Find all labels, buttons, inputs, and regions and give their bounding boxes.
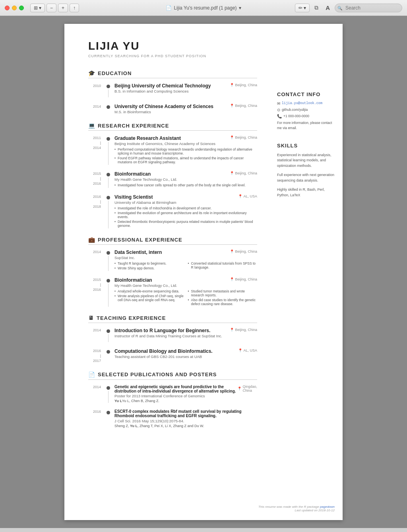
research-dot-2 [107, 173, 110, 176]
pdf-viewer: LIJIA YU CURRENTLY SEARCHING FOR A PHD S… [0, 16, 407, 528]
professional-year-1: 2014 [88, 250, 104, 271]
bullet-item: Also did case studies to identify the ge… [188, 298, 258, 306]
loc-pin-10: 📍 [237, 387, 242, 391]
professional-content-1: Data Scientist, intern 📍 Beijing, China … [112, 250, 257, 271]
professional-section-header: 💼 PROFESSIONAL EXPERIENCE [88, 236, 257, 245]
professional-entry-2: 2015 | 2016 Bioinformatician 📍 [88, 277, 257, 307]
sidebar-toggle-button[interactable]: ⊞ ▾ [30, 4, 45, 12]
loc-pin-1: 📍 [230, 83, 234, 87]
pub-authors-2: Sheng Z, Yu L, Zhang T, Pei X, Li X, Zha… [114, 424, 257, 428]
phone-icon: 📞 [277, 114, 282, 118]
prof-org-1: SupStat Inc. [114, 255, 257, 260]
professional-timeline: 2014 Data Scientist, intern 📍 Beijing, C… [88, 250, 257, 307]
timeline-dot-2 [107, 105, 110, 109]
prof-line-2 [108, 284, 109, 307]
pub-dot-area-1 [104, 385, 112, 403]
research-row-2: Bioinformatican 📍 Beijing, China [114, 171, 257, 177]
edu-loc-1: 📍 Beijing, China [230, 83, 257, 87]
toolbar-right: ✏ ▾ ⧉ A [295, 3, 402, 12]
research-icon: 💻 [88, 122, 95, 129]
research-loc-2: 📍 Beijing, China [230, 171, 257, 175]
pagedown-link[interactable]: pagedown [320, 505, 335, 509]
contact-email: ✉ lijia.yu@outlook.com [277, 101, 335, 106]
education-content-2: University of Chinese Academy of Science… [112, 104, 257, 114]
research-loc-3: 📍 AL, USA [238, 194, 257, 198]
bullet-item: Converted statistical tutorials from SPS… [188, 261, 258, 269]
education-year-1: 2010 [88, 83, 104, 97]
teach-row-1: Introduction to R Language for Beginners… [114, 328, 257, 334]
research-content-3: Visiting Scientist 📍 AL, USA University … [112, 194, 257, 228]
pub-dot-2 [107, 411, 110, 414]
teaching-icon: 🖥 [88, 315, 94, 321]
prof-dot-area-1 [104, 250, 112, 271]
maximize-button[interactable] [19, 6, 24, 10]
bullet-item: Found EGFR pathway related mutations, ai… [114, 156, 257, 164]
search-input[interactable] [335, 4, 402, 12]
teaching-entry-2: 2016 | 2017 Computational Biology and Bi… [88, 348, 257, 364]
bullet-item: Performed computational biology research… [114, 147, 257, 155]
pen-tool-button[interactable]: ✏ ▾ [295, 4, 310, 12]
timeline-dot-1 [107, 85, 110, 88]
prof-dot-2 [107, 279, 110, 282]
education-timeline: 2010 Beijing University of Chemical Tech… [88, 83, 257, 114]
contact-info-title: CONTACT INFO [277, 91, 335, 97]
skills-item-1: Experienced in statistical analysis, sta… [277, 153, 335, 169]
research-title-2: Bioinformatican [114, 171, 151, 177]
research-title-1: Graduate Research Assistant [114, 135, 181, 141]
research-entry-1: 2011 | 2014 Graduate Research Assistant … [88, 135, 257, 165]
close-button[interactable] [5, 6, 10, 10]
teach-org-1: Instructor of R and Data Mining Training… [114, 334, 257, 338]
share-button[interactable]: ↑ [70, 4, 79, 12]
teach-loc-2: 📍 AL, USA [238, 348, 257, 352]
education-year-2: 2014 [88, 104, 104, 114]
edu-title-1: Beijing University of Chemical Technolog… [114, 83, 211, 89]
contact-github: ⊙ github.com/yulijia [277, 108, 335, 112]
loc-pin-2: 📍 [230, 104, 234, 108]
copy-button[interactable]: ⧉ [312, 3, 321, 12]
github-link: github.com/yulijia [282, 108, 308, 112]
minimize-button[interactable] [12, 6, 17, 10]
resume-footer: This resume was made with the R package … [258, 505, 335, 512]
research-row-1: Graduate Research Assistant 📍 Beijing, C… [114, 135, 257, 141]
prof-bullets-2: Analyzed whole-exome sequencing data. Wr… [114, 289, 257, 307]
pub-authors-1: Yu LYu L, Chen B, Zhang Z. [114, 399, 257, 403]
email-link[interactable]: lijia.yu@outlook.com [282, 101, 322, 105]
pen-dropdown-icon: ▾ [304, 5, 306, 11]
publications-timeline: 2014 Genetic and epigenetic signals are … [88, 385, 257, 428]
prof-loc-2: 📍 Beijing, China [230, 277, 257, 281]
research-label: RESEARCH EXPERIENCE [98, 123, 169, 129]
publication-content-1: Genetic and epigenetic signals are found… [112, 385, 257, 403]
timeline-dot-area-2 [104, 104, 112, 114]
prof-loc-1: 📍 Beijing, China [230, 250, 257, 253]
research-timeline: 2011 | 2014 Graduate Research Assistant … [88, 135, 257, 228]
bullet-item: Investigated the evolution of genome arc… [114, 211, 257, 219]
research-line-1 [108, 142, 109, 165]
research-content-1: Graduate Research Assistant 📍 Beijing, C… [112, 135, 257, 165]
bullet-item: Wrote analysis pipelines of ChIP-seq, si… [114, 294, 184, 302]
research-org-3: University of Alabama at Birmingham [114, 200, 257, 205]
zoom-out-button[interactable]: − [47, 4, 56, 12]
research-year-1: 2011 | 2014 [88, 135, 104, 165]
timeline-dot-area-1 [104, 83, 112, 97]
publications-icon: 📄 [88, 371, 95, 378]
loc-pin-4: 📍 [230, 171, 234, 175]
research-title-3: Visiting Scientist [114, 194, 153, 200]
email-icon: ✉ [277, 101, 280, 106]
research-entry-3: 2016 | 2018 Visiting Scientist 📍 [88, 194, 257, 228]
teach-title-2: Computational Biology and Bioinformatics… [114, 348, 213, 354]
pub-loc-1: 📍 Qingdao, China [237, 385, 257, 393]
research-dot-area-1 [104, 135, 112, 165]
annotate-button[interactable]: A [323, 3, 332, 12]
research-dot-3 [107, 196, 110, 199]
loc-pin-8: 📍 [230, 328, 234, 332]
prof-org-2: My Health Gene Technology Co., Ltd. [114, 283, 257, 288]
view-toolbar: ⊞ ▾ − + ↑ [30, 4, 79, 12]
edu-loc-2: 📍 Beijing, China [230, 104, 257, 108]
publication-entry-2: 2016 ESCRT-0 complex modulates Rbf mutan… [88, 409, 257, 428]
zoom-in-button[interactable]: + [58, 4, 68, 12]
research-row-3: Visiting Scientist 📍 AL, USA [114, 194, 257, 200]
traffic-lights [5, 6, 24, 10]
bullet-item: Analyzed whole-exome sequencing data. [114, 289, 184, 293]
professional-year-2: 2015 | 2016 [88, 277, 104, 307]
contact-phone: 📞 +1 000-000-0000 [277, 114, 335, 118]
